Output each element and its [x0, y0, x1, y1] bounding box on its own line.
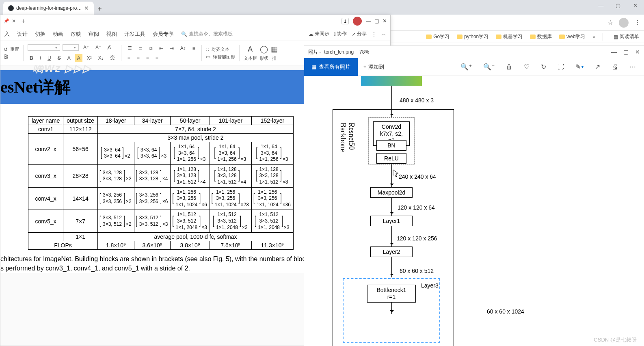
line-height-button[interactable]: A↕: [178, 44, 188, 52]
smartart-button[interactable]: 转智能图形: [213, 54, 235, 60]
subscript-button[interactable]: X₂: [96, 54, 106, 62]
menu-item[interactable]: 动画: [53, 30, 63, 38]
browser-menu-icon[interactable]: ⋮: [634, 19, 641, 26]
textbox-button[interactable]: 文本框: [244, 55, 257, 61]
dim-label: 240 x 240 x 64: [399, 173, 436, 180]
close-tab-icon[interactable]: ✕: [84, 5, 89, 11]
reset-button[interactable]: 重置: [10, 46, 19, 52]
cell: 3×3, 1283×3, 128×2: [97, 164, 134, 187]
browser-tab[interactable]: deep-learning-for-image-pro… ✕: [3, 2, 94, 15]
font-size-dropdown[interactable]: [63, 44, 79, 51]
share-button[interactable]: ↗分享: [352, 30, 367, 37]
zoom-in-button[interactable]: 🔍⁺: [460, 63, 472, 71]
collab-button[interactable]: 𖠋协作: [334, 30, 347, 37]
columns-button[interactable]: ≡: [190, 44, 197, 52]
transform-button[interactable]: 变: [108, 53, 117, 63]
rotate-button[interactable]: ↻: [541, 63, 546, 71]
bookmarks-overflow-icon[interactable]: »: [592, 34, 595, 40]
collapse-ribbon-icon[interactable]: ︿: [381, 30, 386, 37]
clear-format-button[interactable]: A̸: [106, 43, 113, 52]
outdent-button[interactable]: ⇤: [157, 44, 165, 52]
share-button[interactable]: ↗: [595, 63, 600, 71]
increase-font-button[interactable]: A⁺: [81, 43, 91, 52]
menu-item[interactable]: 会员专享: [153, 30, 174, 38]
delete-button[interactable]: 🗑: [506, 63, 512, 71]
edit-button[interactable]: ✎▾: [575, 63, 583, 71]
notification-badge[interactable]: 1: [341, 18, 349, 24]
arrange-icon: ▦: [271, 45, 278, 54]
favorite-button[interactable]: ♡: [524, 63, 529, 71]
sync-button[interactable]: ☁未同步: [309, 30, 329, 37]
cell: 1×1, 2563×3, 2561×1, 1024×6: [171, 187, 210, 210]
more-icon[interactable]: ⋮: [372, 31, 376, 37]
link-icon[interactable]: ⛓: [4, 54, 9, 60]
viewer-maximize-button[interactable]: ▢: [623, 49, 629, 55]
add-to-button[interactable]: + 添加到: [358, 63, 390, 71]
editor-subtab[interactable]: 📌 ✕: [4, 18, 16, 24]
cell: 3.8×10⁹: [171, 241, 210, 250]
menu-item[interactable]: 切换: [35, 30, 45, 38]
crop-button[interactable]: ⛶: [558, 63, 564, 71]
align-right-button[interactable]: ≡: [144, 54, 151, 62]
menu-item[interactable]: 视图: [106, 30, 117, 38]
user-avatar[interactable]: [353, 17, 362, 26]
bn-box: BN: [376, 140, 406, 151]
arrange-button[interactable]: 排: [272, 55, 277, 61]
menu-item[interactable]: 审阅: [89, 30, 99, 38]
print-button[interactable]: 🖨: [612, 63, 618, 71]
window-minimize-button[interactable]: —: [595, 2, 607, 9]
bookmark-folder[interactable]: web学习: [559, 33, 585, 40]
cell: 1×1, 1283×3, 1281×1, 512×4: [210, 164, 251, 187]
indent-button[interactable]: ⇥: [168, 44, 176, 52]
command-search[interactable]: 🔍 查找命令、搜索模板: [181, 30, 233, 37]
profile-avatar[interactable]: [619, 18, 629, 28]
new-subtab-button[interactable]: +: [22, 17, 25, 25]
bookmark-folder[interactable]: 数据库: [530, 33, 552, 40]
cell: 3×3, 5123×3, 512×3: [134, 210, 171, 233]
menu-item[interactable]: 放映: [71, 30, 81, 38]
align-left-button[interactable]: ≡: [125, 54, 132, 62]
align-text-button[interactable]: 对齐文本: [212, 46, 229, 52]
line: [391, 271, 454, 271]
bold-button[interactable]: B: [28, 54, 35, 62]
menu-item[interactable]: 入: [4, 30, 10, 38]
menu-item[interactable]: 设计: [17, 30, 28, 38]
number-list-button[interactable]: ≣: [136, 44, 145, 52]
bookmark-folder[interactable]: python学习: [457, 33, 488, 40]
more-button[interactable]: ⋯: [629, 63, 636, 71]
align-center-button[interactable]: ≡: [135, 54, 142, 62]
menu-item[interactable]: 开发工具: [124, 30, 145, 38]
dim-label: 120 x 120 x 64: [398, 204, 435, 211]
viewer-close-button[interactable]: ✕: [635, 49, 640, 55]
decrease-font-button[interactable]: A⁻: [93, 43, 103, 52]
strike-button[interactable]: S: [56, 54, 63, 62]
bullet-list-button[interactable]: ☰: [125, 44, 134, 52]
window-close-button[interactable]: ✕: [629, 2, 641, 9]
bookmark-folder[interactable]: Go学习: [426, 33, 450, 40]
new-tab-button[interactable]: +: [94, 3, 105, 15]
multilevel-list-button[interactable]: ⧉: [147, 44, 155, 52]
window-maximize-button[interactable]: ▢: [612, 2, 624, 9]
editor-minimize-button[interactable]: —: [366, 18, 371, 24]
editor-close-button[interactable]: ✕: [383, 18, 387, 24]
editor-maximize-button[interactable]: ▢: [374, 18, 379, 24]
view-all-photos-button[interactable]: ▦ 查看所有照片: [304, 58, 358, 76]
layer3-label: Layer3: [421, 282, 439, 289]
close-icon[interactable]: ✕: [12, 18, 16, 24]
viewer-minimize-button[interactable]: —: [611, 49, 617, 55]
font-family-dropdown[interactable]: [28, 44, 60, 51]
italic-button[interactable]: I: [38, 54, 43, 62]
smartart-icon: ▭: [206, 54, 210, 60]
justify-button[interactable]: ≡: [153, 54, 160, 62]
bookmark-star-icon[interactable]: ☆: [607, 19, 613, 26]
superscript-button[interactable]: X²: [85, 54, 94, 62]
shape-button[interactable]: 形状: [259, 55, 268, 61]
image-canvas[interactable]: 480 x 480 x 3 Resnet50 Backbone Conv2dk7…: [304, 76, 644, 346]
font-color-button[interactable]: A: [65, 54, 73, 62]
highlight-button[interactable]: A: [75, 54, 82, 62]
bookmark-folder[interactable]: 机器学习: [496, 33, 523, 40]
dim-label: 120 x 120 x 256: [397, 235, 437, 242]
reading-list-button[interactable]: ▤阅读清单: [614, 33, 639, 40]
zoom-out-button[interactable]: 🔍⁻: [483, 63, 495, 71]
underline-button[interactable]: U: [45, 54, 53, 62]
